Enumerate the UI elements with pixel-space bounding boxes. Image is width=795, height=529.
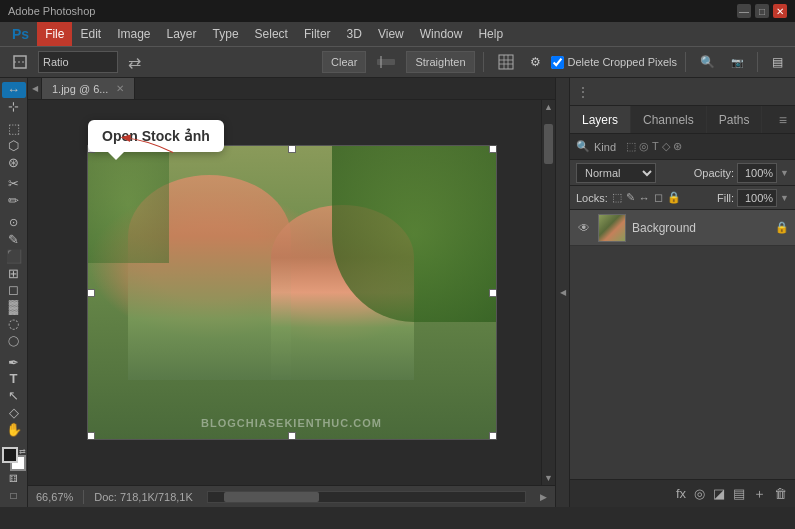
layer-name: Background [632, 221, 769, 235]
hand-tool[interactable]: ✋ [2, 422, 26, 438]
scroll-down-btn[interactable]: ▼ [542, 471, 555, 485]
menu-view[interactable]: View [370, 22, 412, 46]
dodge-tool[interactable]: ◯ [2, 332, 26, 348]
adjustment-layer-button[interactable]: ◪ [713, 486, 725, 501]
filter-pixel-icon[interactable]: ⬚ [626, 140, 636, 153]
tab-channels[interactable]: Channels [631, 106, 707, 133]
delete-cropped-area: Delete Cropped Pixels [551, 56, 677, 69]
crop-handle-mr[interactable] [489, 289, 496, 297]
swap-colors-icon[interactable]: ⇄ [19, 447, 26, 456]
lock-artboard-icon[interactable]: ◻ [654, 191, 663, 204]
lasso-tool[interactable]: ⬡ [2, 137, 26, 153]
clone-tool[interactable]: ⬛ [2, 248, 26, 264]
tab-paths[interactable]: Paths [707, 106, 763, 133]
crop-handle-bm[interactable] [288, 432, 296, 439]
history-brush[interactable]: ⊞ [2, 265, 26, 281]
marquee-tool[interactable]: ⬚ [2, 121, 26, 137]
h-scroll-thumb[interactable] [224, 492, 319, 502]
menu-3d[interactable]: 3D [339, 22, 370, 46]
pen-tool[interactable]: ✒ [2, 354, 26, 370]
swap-icon[interactable]: ⇄ [122, 51, 147, 74]
crop-handle-ml[interactable] [88, 289, 95, 297]
delete-cropped-checkbox[interactable] [551, 56, 564, 69]
layers-tab-menu[interactable]: ≡ [771, 112, 795, 128]
maximize-btn[interactable]: □ [755, 4, 769, 18]
crop-handle-tm[interactable] [288, 146, 296, 153]
filter-text-icon[interactable]: T [652, 140, 659, 153]
layer-visibility-toggle[interactable]: 👁 [576, 220, 592, 236]
brush-tool[interactable]: ✎ [2, 231, 26, 247]
blur-tool[interactable]: ◌ [2, 316, 26, 332]
scroll-up-btn[interactable]: ▲ [542, 100, 555, 114]
fill-chevron[interactable]: ▼ [780, 193, 789, 203]
filter-shape-icon[interactable]: ◇ [662, 140, 670, 153]
menu-filter[interactable]: Filter [296, 22, 339, 46]
delete-layer-button[interactable]: 🗑 [774, 486, 787, 501]
menu-type[interactable]: Type [205, 22, 247, 46]
title-bar: Adobe Photoshop — □ ✕ [0, 0, 795, 22]
panel-toggle[interactable]: ▤ [766, 53, 789, 71]
crop-handle-tr[interactable] [489, 146, 496, 153]
delete-cropped-label: Delete Cropped Pixels [568, 56, 677, 68]
vertical-scrollbar[interactable]: ▲ ▼ [541, 100, 555, 485]
horizontal-scrollbar[interactable] [207, 491, 526, 503]
blend-mode-select[interactable]: Normal [576, 163, 656, 183]
menu-edit[interactable]: Edit [72, 22, 109, 46]
move-tool[interactable]: ↔ [2, 82, 26, 98]
menu-layer[interactable]: Layer [159, 22, 205, 46]
canvas-panel-collapse[interactable]: ◀ [28, 78, 42, 99]
straighten-button[interactable]: Straighten [406, 51, 474, 73]
canvas-tab[interactable]: 1.jpg @ 6... ✕ [42, 78, 135, 100]
filter-smart-icon[interactable]: ⊛ [673, 140, 682, 153]
scroll-right-btn[interactable]: ▶ [540, 492, 547, 502]
menu-file[interactable]: File [37, 22, 72, 46]
clear-button[interactable]: Clear [322, 51, 366, 73]
path-select[interactable]: ↖ [2, 388, 26, 404]
new-layer-button[interactable]: ＋ [753, 485, 766, 503]
lock-position-icon[interactable]: ↔ [639, 192, 650, 204]
scroll-thumb[interactable] [544, 124, 553, 164]
layers-panel: Layers Channels Paths ≡ 🔍 Kind ⬚ ◎ T [570, 106, 795, 507]
filter-adjustment-icon[interactable]: ◎ [639, 140, 649, 153]
layer-item-background[interactable]: 👁 Background 🔒 [570, 210, 795, 246]
group-layer-button[interactable]: ▤ [733, 486, 745, 501]
layers-mode-row: Normal Opacity: ▼ [570, 160, 795, 186]
tab-layers[interactable]: Layers [570, 106, 631, 133]
grid-icon [492, 52, 520, 72]
kind-label: Kind [594, 141, 616, 153]
lock-image-icon[interactable]: ✎ [626, 191, 635, 204]
healing-tool[interactable]: ⊙ [2, 215, 26, 231]
ratio-input[interactable] [38, 51, 118, 73]
search-icon[interactable]: 🔍 [694, 53, 721, 71]
menu-image[interactable]: Image [109, 22, 158, 46]
settings-icon[interactable]: ⚙ [524, 53, 547, 71]
opacity-chevron[interactable]: ▼ [780, 168, 789, 178]
fill-input[interactable] [737, 189, 777, 207]
crop-handle-bl[interactable] [88, 432, 95, 439]
menu-help[interactable]: Help [470, 22, 511, 46]
text-tool[interactable]: T [2, 371, 26, 387]
add-mask-button[interactable]: ◎ [694, 486, 705, 501]
gradient-tool[interactable]: ▓ [2, 299, 26, 315]
canvas-tab-close[interactable]: ✕ [116, 83, 124, 94]
lock-all-icon[interactable]: 🔒 [667, 191, 681, 204]
menu-select[interactable]: Select [247, 22, 296, 46]
menu-ps[interactable]: Ps [4, 22, 37, 46]
artboard-tool[interactable]: ⊹ [2, 99, 26, 115]
eraser-tool[interactable]: ◻ [2, 282, 26, 298]
menu-window[interactable]: Window [412, 22, 471, 46]
close-btn[interactable]: ✕ [773, 4, 787, 18]
crop-tool[interactable]: ✂ [2, 176, 26, 192]
shape-tool[interactable]: ◇ [2, 405, 26, 421]
foreground-color[interactable] [2, 447, 18, 463]
fx-button[interactable]: fx [676, 486, 686, 501]
side-panel-collapse[interactable]: ◀ [556, 78, 570, 507]
quick-select-tool[interactable]: ⊛ [2, 154, 26, 170]
minimize-btn[interactable]: — [737, 4, 751, 18]
extras-tool[interactable]: ⚅ [2, 470, 26, 486]
opacity-input[interactable] [737, 163, 777, 183]
crop-handle-br[interactable] [489, 432, 496, 439]
screen-mode[interactable]: □ [2, 487, 26, 503]
eyedropper-tool[interactable]: ✏ [2, 193, 26, 209]
lock-transparency-icon[interactable]: ⬚ [612, 191, 622, 204]
